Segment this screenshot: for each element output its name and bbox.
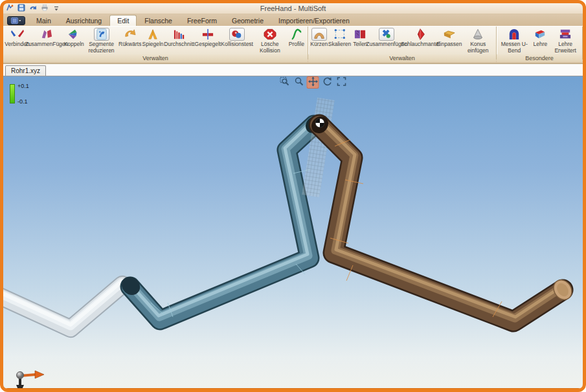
ribbon-button-zusammenf-gen[interactable]: Zusammenfügen bbox=[370, 27, 403, 49]
loesche-kollision-icon bbox=[262, 28, 278, 41]
brown-pipe[interactable] bbox=[308, 113, 576, 321]
ribbon-button-schlauchmantel[interactable]: Schlauchmantel bbox=[403, 27, 437, 49]
window-title: FreeHand - MultiSoft bbox=[3, 5, 583, 12]
ribbon-button-skalieren[interactable]: Skalieren bbox=[329, 27, 350, 49]
profile-icon bbox=[289, 28, 304, 41]
ribbon-tab-importieren-exportieren[interactable]: Importieren/Exportieren bbox=[271, 16, 357, 26]
axis-triad bbox=[16, 371, 44, 388]
zusammenfuegen-b-icon bbox=[379, 28, 394, 41]
segmente-reduzieren-icon bbox=[94, 28, 109, 41]
ribbon: VerbindenZusammenFügenKoppelnSegmente re… bbox=[3, 26, 583, 60]
ribbon-button-label: Profile bbox=[289, 41, 304, 48]
ribbon-group-label: Verwalten bbox=[308, 54, 496, 62]
ribbon-tab-geometrie[interactable]: Geometrie bbox=[225, 16, 271, 26]
pan-icon bbox=[308, 76, 318, 89]
ribbon-button-label: Koppeln bbox=[64, 41, 84, 48]
ribbon-button-label: Gespiegelt bbox=[195, 41, 221, 48]
ribbon-button-r-kw-rts[interactable]: Rükwärts bbox=[118, 27, 142, 49]
ribbon-group-verwalten-1: KürzenSkalierenTeilenZusammenfügenSchlau… bbox=[308, 27, 497, 60]
viewport-toolbar bbox=[278, 76, 348, 89]
ribbon-button-label: Rükwärts bbox=[118, 41, 141, 48]
rotate-icon bbox=[322, 76, 332, 89]
zoom-window-icon bbox=[279, 76, 289, 89]
lehre-icon bbox=[532, 28, 548, 41]
ribbon-group-verwalten-0: VerbindenZusammenFügenKoppelnSegmente re… bbox=[3, 27, 308, 60]
qat-more-icon bbox=[54, 3, 59, 14]
ribbon-button-einpassen[interactable]: Einpassen bbox=[437, 27, 461, 49]
deviation-legend: +0.1 -0.1 bbox=[10, 84, 29, 105]
spiegeln-icon bbox=[145, 28, 161, 41]
ribbon-button-label: Einpassen bbox=[436, 41, 462, 48]
save-button[interactable] bbox=[17, 5, 26, 13]
app-window: FreeHand - MultiSoft MainAusrichtungEdit… bbox=[0, 0, 586, 392]
ribbon-button-durchschnitt[interactable]: Durchschnitt bbox=[164, 27, 194, 49]
kuerzen-icon bbox=[311, 28, 327, 41]
ribbon-button-label: Spiegeln bbox=[142, 41, 163, 48]
ribbon-button-kollisionstest[interactable]: Kollisionstest bbox=[221, 27, 253, 49]
ribbon-button-label: Lehre Erweitert bbox=[551, 41, 580, 54]
ribbon-tabs: MainAusrichtungEditFlanscheFreeFormGeome… bbox=[29, 15, 357, 26]
ribbon-button-label: Teilen bbox=[353, 41, 367, 48]
ribbon-button-label: Messen U-Bend bbox=[499, 41, 529, 54]
ribbon-tab-row: MainAusrichtungEditFlanscheFreeFormGeome… bbox=[3, 14, 583, 26]
ribbon-button-gespiegelt[interactable]: Gespiegelt bbox=[194, 27, 221, 49]
document-tab-rohr1-xyz[interactable]: Rohr1.xyz bbox=[5, 65, 46, 76]
viewport-tool-zoom-button[interactable] bbox=[293, 76, 305, 89]
ribbon-tab-main[interactable]: Main bbox=[29, 16, 58, 26]
ribbon-button-label: Schlauchmantel bbox=[401, 41, 440, 48]
ribbon-tab-freeform[interactable]: FreeForm bbox=[180, 16, 224, 26]
ribbon-button-spiegeln[interactable]: Spiegeln bbox=[142, 27, 164, 49]
qat-more-button[interactable] bbox=[52, 5, 61, 13]
viewport-3d[interactable]: +0.1 -0.1 bbox=[3, 76, 583, 388]
quick-access-toolbar bbox=[3, 5, 61, 13]
viewport-tool-rotate-button[interactable] bbox=[321, 76, 333, 89]
teal-pipe[interactable] bbox=[118, 113, 326, 320]
gespiegelt-icon bbox=[200, 28, 216, 41]
ribbon-button-profile[interactable]: Profile bbox=[287, 27, 306, 49]
ribbon-button-label: Segmente reduzieren bbox=[86, 41, 117, 54]
application-menu-icon bbox=[11, 17, 21, 24]
rueckwaerts-icon bbox=[122, 28, 138, 41]
ribbon-button-koppeln[interactable]: Koppeln bbox=[63, 27, 85, 49]
ribbon-button-lehre[interactable]: Lehre bbox=[530, 27, 550, 49]
skalieren-icon bbox=[332, 28, 348, 41]
zusammenfuegen-a-icon bbox=[39, 28, 54, 41]
white-pipe[interactable] bbox=[3, 282, 122, 329]
ribbon-button-l-sche-kollision[interactable]: Lösche Kollision bbox=[253, 27, 287, 54]
messen-ubend-icon bbox=[506, 28, 522, 41]
ribbon-tab-flansche[interactable]: Flansche bbox=[137, 16, 179, 26]
junction-marker-sphere[interactable] bbox=[315, 118, 324, 127]
title-bar: FreeHand - MultiSoft bbox=[3, 3, 583, 14]
zoom-icon bbox=[293, 76, 304, 89]
ribbon-button-zusammenf-gen[interactable]: ZusammenFügen bbox=[30, 27, 63, 49]
ribbon-button-label: Durchschnitt bbox=[164, 41, 194, 48]
undo-button[interactable] bbox=[28, 5, 38, 13]
ribbon-group-label: Verwalten bbox=[3, 54, 308, 62]
kollisionstest-icon bbox=[229, 28, 245, 41]
ribbon-button-label: Skalieren bbox=[328, 41, 351, 48]
ribbon-button-segmente-reduzieren[interactable]: Segmente reduzieren bbox=[85, 27, 118, 54]
ribbon-button-label: Konus einfügen bbox=[462, 41, 493, 54]
viewport-tool-zoom-window-button[interactable] bbox=[278, 76, 291, 89]
viewport-tool-pan-button[interactable] bbox=[307, 76, 319, 89]
ribbon-tab-ausrichtung[interactable]: Ausrichtung bbox=[59, 16, 109, 26]
ribbon-group-besondere-2: Messen U-BendLehreLehre ErweitertBesonde… bbox=[497, 27, 583, 60]
ribbon-button-lehre-erweitert[interactable]: Lehre Erweitert bbox=[550, 27, 581, 54]
print-icon bbox=[41, 3, 49, 14]
ribbon-button-k-rzen[interactable]: Kürzen bbox=[310, 27, 329, 49]
fit-icon bbox=[336, 76, 346, 89]
print-button[interactable] bbox=[40, 5, 49, 13]
ribbon-button-label: Kürzen bbox=[310, 41, 328, 48]
ribbon-button-konus-einf-gen[interactable]: Konus einfügen bbox=[461, 27, 495, 54]
ribbon-button-label: Kollisionstest bbox=[221, 41, 253, 48]
einpassen-icon bbox=[442, 28, 457, 41]
teilen-icon bbox=[352, 28, 368, 41]
app-logo-button[interactable] bbox=[5, 5, 14, 13]
ribbon-button-messen-u-bend[interactable]: Messen U-Bend bbox=[498, 27, 530, 54]
ribbon-button-label: Lösche Kollision bbox=[254, 41, 286, 54]
ribbon-tab-edit[interactable]: Edit bbox=[109, 15, 137, 26]
application-menu-button[interactable] bbox=[7, 16, 25, 25]
save-icon bbox=[17, 3, 25, 14]
viewport-tool-fit-button[interactable] bbox=[335, 76, 348, 89]
ribbon-group-label: Besondere bbox=[497, 54, 582, 62]
